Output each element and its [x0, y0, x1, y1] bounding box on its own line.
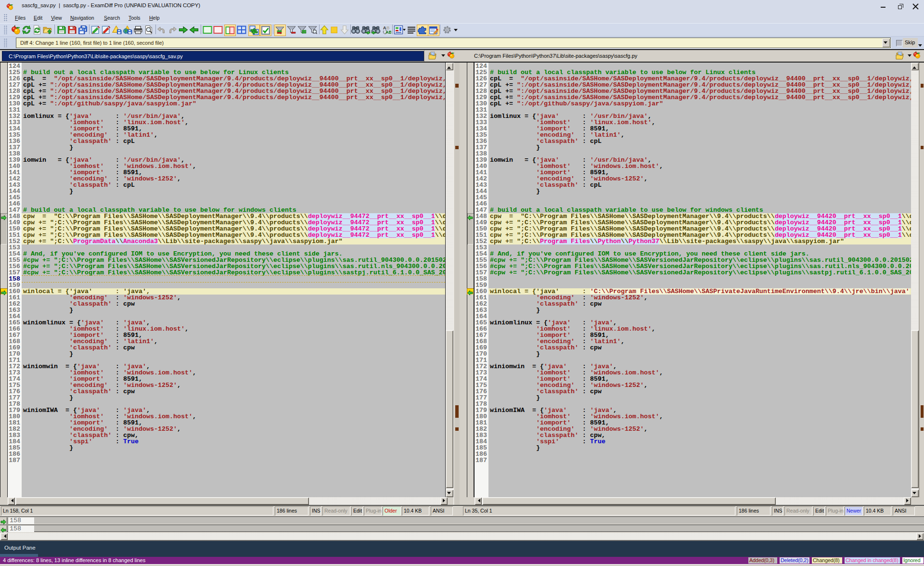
svg-text:AB: AB — [385, 30, 391, 35]
